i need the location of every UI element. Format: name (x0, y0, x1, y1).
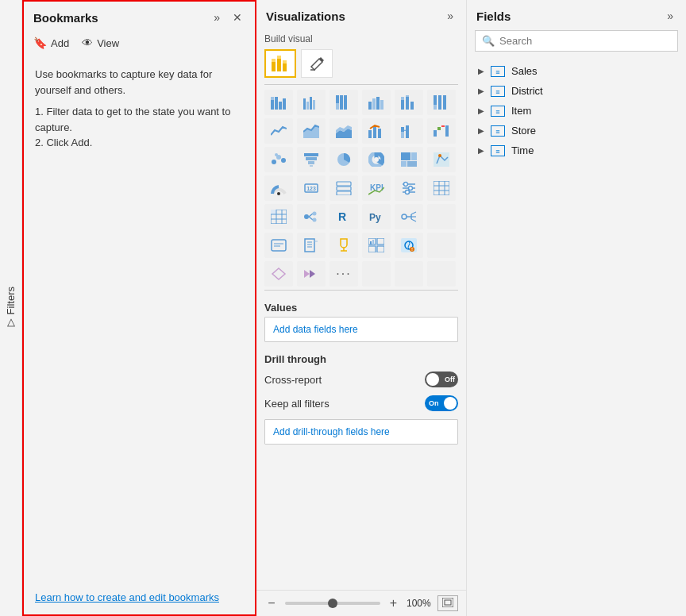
viz-cell-kpi[interactable]: KPI (362, 175, 391, 201)
viz-cell-small-multiples[interactable] (362, 233, 391, 258)
fields-search-box[interactable]: 🔍 (475, 30, 678, 52)
viz-cell-smart-narrative[interactable] (264, 233, 293, 258)
keep-filters-label: Keep all filters (264, 398, 330, 410)
viz-grid-row1 (264, 90, 458, 115)
viz-cell-slicer[interactable] (395, 175, 423, 201)
viz-cell-stacked-area[interactable] (330, 118, 358, 144)
viz-cell-ribbon[interactable] (395, 118, 423, 144)
main-container: ▽ Filters Bookmarks » ✕ 🔖 Add 👁 View Us (0, 0, 686, 616)
viz-cell-clustered-column[interactable] (362, 90, 391, 115)
svg-rect-115 (372, 240, 374, 244)
viz-cell-table-viz[interactable] (427, 175, 456, 201)
edit-visual-icon-btn[interactable] (301, 49, 333, 78)
viz-cell-diamond[interactable] (264, 261, 293, 287)
svg-rect-23 (380, 100, 383, 110)
field-item-sales[interactable]: ▶ ≡ Sales (475, 61, 678, 81)
zoom-in-button[interactable]: + (387, 596, 400, 610)
svg-rect-21 (372, 98, 376, 110)
bookmarks-close-button[interactable]: ✕ (229, 10, 245, 25)
svg-line-89 (309, 217, 313, 220)
viz-cell-multirow-card[interactable] (330, 175, 358, 201)
svg-rect-59 (401, 161, 407, 167)
field-item-time[interactable]: ▶ ≡ Time (475, 141, 678, 160)
viz-cell-scatter[interactable] (264, 147, 293, 172)
svg-rect-17 (336, 103, 339, 110)
svg-point-73 (404, 183, 408, 187)
viz-cell-trophy[interactable] (330, 233, 358, 258)
svg-rect-61 (434, 152, 449, 167)
svg-point-91 (313, 218, 317, 222)
svg-rect-28 (410, 102, 414, 110)
viz-cell-area[interactable] (297, 118, 326, 144)
bookmarks-footer: Learn how to create and edit bookmarks (24, 583, 255, 614)
viz-cell-more-visuals[interactable]: ··· (330, 261, 358, 287)
keep-filters-toggle-text: On (429, 399, 439, 407)
zoom-out-button[interactable]: − (264, 596, 278, 610)
values-drop-zone[interactable]: Add data fields here (264, 317, 458, 342)
viz-cell-matrix[interactable] (264, 204, 293, 229)
bookmarks-body: Use bookmarks to capture key data for yo… (24, 57, 255, 583)
item-chevron-icon: ▶ (478, 106, 484, 115)
filters-sidebar[interactable]: ▽ Filters (0, 0, 22, 616)
search-input[interactable] (499, 35, 671, 47)
svg-rect-110 (368, 238, 376, 244)
viz-cell-funnel[interactable] (297, 147, 326, 172)
viz-cell-empty2 (427, 233, 456, 258)
svg-rect-18 (340, 95, 343, 110)
view-bookmark-icon: 👁 (82, 37, 93, 49)
svg-point-62 (438, 154, 441, 157)
viz-cell-chevron[interactable] (297, 261, 326, 287)
viz-cell-stacked-column[interactable] (395, 90, 423, 115)
bookmarks-view-button[interactable]: 👁 View (82, 35, 119, 51)
svg-rect-50 (304, 153, 318, 156)
viz-cell-map[interactable] (427, 147, 456, 172)
viz-cell-stacked-bar[interactable] (264, 90, 293, 115)
keep-filters-toggle-knob (444, 397, 457, 410)
viz-cell-azure-map[interactable]: ! (395, 233, 423, 258)
drill-drop-zone[interactable]: Add drill-through fields here (264, 419, 458, 445)
field-item-district[interactable]: ▶ ≡ District (475, 81, 678, 101)
svg-rect-1 (272, 59, 276, 62)
stacked-bar-icon-btn[interactable] (264, 49, 296, 78)
viz-cell-line-column[interactable] (362, 118, 391, 144)
cross-report-toggle[interactable]: Off (425, 372, 458, 387)
viz-cell-empty4 (395, 261, 423, 287)
fields-expand-button[interactable]: » (664, 8, 676, 24)
build-visual-label: Build visual (264, 33, 458, 44)
viz-header: Visualizations » (256, 0, 466, 30)
bookmarks-add-button[interactable]: 🔖 Add (33, 35, 69, 51)
svg-point-74 (409, 187, 413, 191)
field-item-store[interactable]: ▶ ≡ Store (475, 121, 678, 141)
viz-cell-donut[interactable] (362, 147, 391, 172)
viz-cell-line[interactable] (264, 118, 293, 144)
viz-cell-r-visual[interactable]: R (330, 204, 358, 229)
add-bookmark-icon: 🔖 (33, 37, 47, 49)
zoom-slider[interactable] (285, 602, 380, 605)
viz-top-icons (264, 49, 458, 78)
bookmarks-expand-button[interactable]: » (210, 10, 223, 25)
viz-cell-100-stacked-bar[interactable] (330, 90, 358, 115)
svg-rect-43 (437, 127, 441, 130)
fields-list: ▶ ≡ Sales ▶ ≡ District ▶ ≡ Item ▶ ≡ Stor… (467, 58, 686, 616)
viz-cell-waterfall[interactable] (427, 118, 456, 144)
viz-cell-100-stacked-column[interactable] (427, 90, 456, 115)
viz-cell-gauge[interactable] (264, 175, 293, 201)
viz-cell-decomp-tree[interactable] (297, 204, 326, 229)
field-item-item[interactable]: ▶ ≡ Item (475, 101, 678, 121)
learn-link[interactable]: Learn how to create and edit bookmarks (35, 591, 219, 603)
viz-cell-treemap[interactable] (395, 147, 423, 172)
viz-cell-python-visual[interactable]: Py (362, 204, 391, 229)
viz-cell-clustered-bar[interactable] (297, 90, 326, 115)
viz-cell-card[interactable]: 123 (297, 175, 326, 201)
keep-filters-toggle[interactable]: On (425, 395, 458, 411)
bookmarks-title: Bookmarks (33, 11, 98, 25)
fit-page-button[interactable] (437, 595, 458, 611)
svg-rect-57 (401, 152, 410, 160)
svg-rect-82 (271, 210, 276, 214)
viz-cell-pie[interactable] (330, 147, 358, 172)
svg-rect-111 (377, 238, 384, 244)
viz-cell-paginated[interactable] (297, 233, 326, 258)
viz-cell-key-influencers[interactable] (395, 204, 423, 229)
viz-expand-button[interactable]: » (444, 8, 457, 24)
svg-line-88 (309, 214, 313, 217)
